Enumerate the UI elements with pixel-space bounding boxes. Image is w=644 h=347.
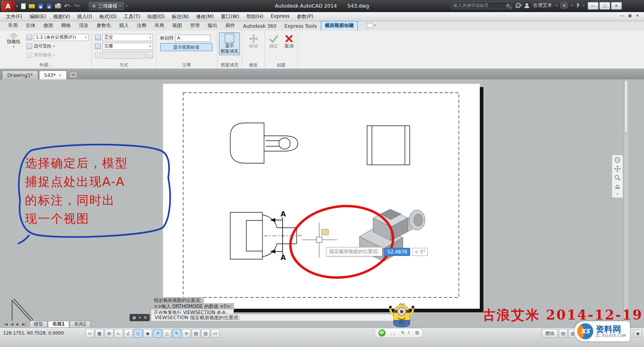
layout-tab[interactable]: 布局2 bbox=[70, 321, 91, 327]
depth-pick-button[interactable] bbox=[146, 52, 153, 58]
exchange-caret-icon[interactable]: ▾ bbox=[571, 4, 573, 7]
ribbon-tab[interactable]: 截面视图创建 bbox=[321, 21, 358, 31]
zoom-icon[interactable] bbox=[614, 175, 621, 181]
snap-mode-icon[interactable]: ▦ bbox=[95, 329, 104, 338]
qat-customize-icon[interactable]: ▾ bbox=[126, 4, 128, 8]
infer-constraints-icon[interactable]: ▱ bbox=[85, 329, 94, 338]
menu-item[interactable]: 绘图(D) bbox=[144, 12, 168, 21]
hidden-lines-button[interactable]: 隐藏线 ▾ bbox=[4, 33, 23, 48]
quick-properties-icon[interactable]: ▥ bbox=[201, 329, 210, 338]
undo-caret-icon[interactable]: ▾ bbox=[69, 4, 71, 8]
customize-icon[interactable]: ▦ bbox=[132, 316, 136, 320]
undo-icon[interactable]: ↶ bbox=[64, 3, 69, 9]
show-hatch-button[interactable]: 显示 图案填充 bbox=[219, 32, 240, 55]
identifier-input[interactable]: A bbox=[175, 35, 211, 42]
polar-tracking-icon[interactable]: ∠ bbox=[124, 329, 133, 338]
dynamic-input-value[interactable]: 52.4876 bbox=[384, 248, 410, 256]
menu-item[interactable]: 工具(T) bbox=[120, 12, 144, 21]
tab-close-icon[interactable]: ✕ bbox=[58, 73, 62, 77]
layout-tab[interactable]: 布局1 bbox=[48, 321, 69, 327]
drawing-canvas[interactable]: A A bbox=[0, 79, 644, 321]
panel-expand-icon[interactable]: ⌄ bbox=[50, 63, 52, 67]
redo-caret-icon[interactable]: ▾ bbox=[78, 4, 80, 8]
quick-view-layouts-icon[interactable]: ▤ bbox=[559, 329, 568, 338]
ribbon-tab[interactable]: Autodesk 360 bbox=[239, 22, 281, 31]
menu-item[interactable]: 修改(M) bbox=[192, 12, 217, 21]
dynamic-input-icon[interactable]: ↖ bbox=[172, 329, 181, 338]
open-file-icon[interactable] bbox=[29, 4, 35, 8]
new-drawing-tab-button[interactable]: + bbox=[69, 71, 77, 78]
command-prompt[interactable]: VIEWSECTION 指定截面视图的位置或: bbox=[151, 314, 400, 321]
ribbon-tab[interactable]: 管理 bbox=[186, 21, 204, 31]
plot-icon[interactable] bbox=[55, 4, 61, 8]
file-tab[interactable]: Drawing1* ✕ bbox=[2, 71, 38, 79]
first-tab-button[interactable]: |◀ bbox=[2, 322, 9, 326]
menu-item[interactable]: 视图(V) bbox=[50, 12, 74, 21]
grid-display-icon[interactable]: ⊞ bbox=[105, 329, 114, 338]
pen-icon[interactable]: ✎ bbox=[401, 330, 405, 336]
help-caret-icon[interactable]: ▾ bbox=[583, 4, 584, 7]
view-scale-select[interactable]: 1:2 (来自父视图(F)) ▾ bbox=[34, 34, 89, 41]
menu-item[interactable]: 插入(I) bbox=[74, 12, 96, 21]
ribbon-tab[interactable]: 参数化 bbox=[93, 21, 115, 31]
close-command-icon[interactable]: ✕ bbox=[138, 316, 141, 320]
minimize-button[interactable]: ― bbox=[588, 2, 599, 10]
settings-icon[interactable]: ⚙ bbox=[415, 330, 419, 336]
ribbon-tab[interactable]: 注释 bbox=[133, 21, 151, 31]
edge-visibility-row[interactable]: 边可见性 ▾ bbox=[27, 42, 89, 50]
save-as-icon[interactable] bbox=[46, 3, 52, 9]
command-line[interactable]: ▦ ✕ ⚙ VIEWSECTION 指定截面视图的位置或: bbox=[130, 314, 400, 321]
wrench-icon[interactable]: ⚙ bbox=[144, 316, 147, 320]
paper-model-toggle[interactable]: 图纸 bbox=[542, 329, 558, 338]
doc-restore-icon[interactable]: ▣ bbox=[628, 13, 632, 18]
close-button[interactable]: ✕ bbox=[611, 2, 622, 10]
exchange-apps-icon[interactable]: ✕ bbox=[561, 2, 568, 8]
ribbon-tab[interactable]: 网格 bbox=[57, 21, 75, 31]
doc-minimize-icon[interactable]: ― bbox=[620, 13, 624, 18]
search-icon[interactable] bbox=[506, 4, 510, 7]
pan-icon[interactable] bbox=[614, 166, 621, 172]
maximize-button[interactable]: ▢ bbox=[599, 2, 610, 10]
show-view-label-button[interactable]: 显示视图标签 bbox=[160, 43, 213, 51]
projection-select[interactable]: 正交 ▾ bbox=[102, 34, 153, 41]
save-icon[interactable] bbox=[38, 3, 43, 9]
steering-wheel-icon[interactable] bbox=[614, 157, 621, 163]
last-tab-button[interactable]: ▶| bbox=[21, 322, 27, 326]
menu-item[interactable]: 编辑(E) bbox=[26, 12, 50, 21]
prev-tab-button[interactable]: ◀ bbox=[9, 322, 15, 326]
clean-screen-button[interactable]: ▣ bbox=[634, 330, 642, 337]
section-depth-select[interactable]: 完整 ▾ bbox=[102, 43, 153, 50]
a360-icon[interactable] bbox=[516, 3, 521, 8]
ribbon-tab[interactable]: 常用 bbox=[4, 21, 22, 31]
ime-logo[interactable]: 中 bbox=[378, 329, 386, 337]
cancel-button[interactable]: 取消 bbox=[282, 34, 296, 49]
next-tab-button[interactable]: ▶ bbox=[15, 322, 21, 326]
menu-item[interactable]: 窗口(W) bbox=[217, 12, 243, 21]
layout-tab[interactable]: 模型 bbox=[29, 321, 47, 327]
moon-icon[interactable]: ☾ bbox=[408, 330, 412, 336]
ribbon-tab[interactable]: 插入 bbox=[115, 21, 133, 31]
ribbon-tab[interactable]: 曲面 bbox=[39, 21, 57, 31]
punctuation-icon[interactable]: ，。 bbox=[388, 330, 398, 337]
menu-item[interactable]: 文件(F) bbox=[2, 12, 26, 21]
object-snap-tracking-icon[interactable]: ↗ bbox=[153, 329, 162, 338]
menu-item[interactable]: 参数(P) bbox=[293, 12, 317, 21]
autocad-logo-icon[interactable]: A bbox=[1, 1, 15, 11]
logo-caret-icon[interactable]: ▾ bbox=[16, 4, 18, 8]
help-icon[interactable]: ? bbox=[576, 2, 580, 8]
transparency-icon[interactable]: ▨ bbox=[192, 329, 200, 338]
ribbon-tab[interactable]: 渲染 bbox=[75, 21, 93, 31]
doc-close-icon[interactable]: ✕ bbox=[636, 13, 639, 18]
lineweight-icon[interactable]: ≡ bbox=[182, 329, 191, 338]
ribbon-tab[interactable]: 输出 bbox=[204, 21, 221, 31]
menu-item[interactable]: 格式(O) bbox=[96, 12, 120, 21]
user-caret-icon[interactable]: ▾ bbox=[556, 4, 557, 7]
ribbon-tab[interactable]: 插件 bbox=[221, 21, 239, 31]
menu-item[interactable]: 帮助(H) bbox=[243, 12, 267, 21]
ribbon-display-toggle[interactable]: ▾ bbox=[367, 23, 376, 28]
dynamic-ucs-icon[interactable]: △ bbox=[163, 329, 171, 338]
file-tab[interactable]: 543* ✕ bbox=[39, 71, 67, 79]
search-input[interactable]: 输入关键字或短语 bbox=[451, 2, 512, 9]
orbit-icon[interactable] bbox=[614, 183, 621, 190]
menu-item[interactable]: Express bbox=[267, 12, 293, 21]
